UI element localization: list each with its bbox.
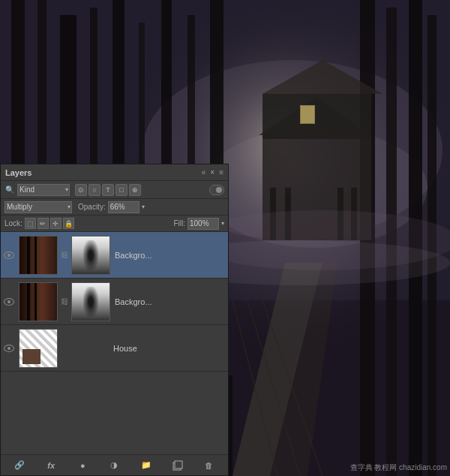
layers-panel: Layers « × ≡ 🔍 Kind Name Effect Mode Att… xyxy=(0,164,229,476)
layer-2-thumb-image xyxy=(20,283,57,321)
layer-2-link-icon: ⛓ xyxy=(59,297,70,306)
layer-1-mask-image xyxy=(72,236,110,274)
lock-transparent-icon[interactable]: ⬚ xyxy=(25,218,36,229)
layer-1-mask-thumbnail xyxy=(71,236,110,275)
layer-2-name: Backgro... xyxy=(112,297,228,306)
fill-group: Fill: 100% ▾ xyxy=(173,218,224,230)
table-row[interactable]: ⛓ Backgro... xyxy=(1,232,228,279)
layer-1-name: Backgro... xyxy=(112,251,228,260)
opacity-arrow: ▾ xyxy=(142,203,145,210)
panel-toolbar: 🔗 fx ● ◑ 📁 🗑 xyxy=(1,454,228,475)
filter-shape-icon[interactable]: □ xyxy=(116,184,128,196)
layer-3-thumbnail xyxy=(19,329,58,368)
blend-mode-select[interactable]: Normal Dissolve Darken Multiply Color Bu… xyxy=(4,201,72,213)
layer-2-visibility[interactable] xyxy=(1,280,17,323)
panel-header: Layers « × ≡ xyxy=(1,164,228,181)
panel-collapse-arrow[interactable]: « xyxy=(202,168,206,176)
lock-label: Lock: xyxy=(4,219,22,227)
filter-icons-group: ⊙ ○ T □ ⊕ xyxy=(75,184,141,196)
lock-icons-group: ⬚ ✏ ✛ 🔒 xyxy=(25,218,74,229)
layer-3-house-img xyxy=(22,349,40,364)
new-layer-icon xyxy=(172,460,183,471)
filter-row: 🔍 Kind Name Effect Mode Attribute Color … xyxy=(1,181,228,199)
eye-icon[interactable] xyxy=(4,252,14,259)
panel-title: Layers xyxy=(5,168,32,177)
filter-smart-icon[interactable]: ⊕ xyxy=(129,184,141,196)
filter-pixel-icon[interactable]: ⊙ xyxy=(75,184,87,196)
opacity-value[interactable]: 66% xyxy=(108,201,140,213)
filter-adjust-icon[interactable]: ○ xyxy=(88,184,100,196)
add-mask-button[interactable]: ◑ xyxy=(106,458,122,473)
table-row[interactable]: ⛓ Backgro... xyxy=(1,279,228,325)
svg-rect-26 xyxy=(301,106,314,123)
new-layer-button[interactable] xyxy=(170,458,185,473)
layer-3-visibility[interactable] xyxy=(1,327,17,369)
watermark: 查字典 教程网 chazidian.com xyxy=(350,462,447,473)
new-group-button[interactable]: 📁 xyxy=(139,458,154,473)
kind-select-wrapper: Kind Name Effect Mode Attribute Color ▾ xyxy=(17,184,70,196)
lock-all-icon[interactable]: 🔒 xyxy=(63,218,74,229)
layer-2-mask-image xyxy=(72,283,110,321)
panel-content-area: ⛓ Backgro... ⛓ Backgro... xyxy=(1,232,228,454)
layer-3-name: House xyxy=(70,344,228,353)
new-fill-layer-button[interactable]: ● xyxy=(75,458,90,473)
layer-fx-button[interactable]: fx xyxy=(44,458,58,473)
svg-rect-24 xyxy=(262,94,371,139)
fill-value[interactable]: 100% xyxy=(188,218,219,230)
svg-rect-38 xyxy=(175,461,182,468)
fill-label: Fill: xyxy=(173,219,185,227)
lock-position-icon[interactable]: ✛ xyxy=(50,218,62,229)
lock-row: Lock: ⬚ ✏ ✛ 🔒 Fill: 100% ▾ xyxy=(1,215,228,232)
link-layers-button[interactable]: 🔗 xyxy=(12,458,27,473)
eye-icon[interactable] xyxy=(4,298,14,306)
delete-layer-button[interactable]: 🗑 xyxy=(202,458,217,473)
layer-2-mask-thumbnail xyxy=(71,282,110,321)
filter-type-icon[interactable]: T xyxy=(102,184,114,196)
panel-close-button[interactable]: × xyxy=(208,168,216,176)
layer-1-thumbnail xyxy=(19,236,58,275)
layer-1-visibility[interactable] xyxy=(1,233,17,276)
table-row[interactable]: ⛓ House xyxy=(1,325,228,372)
blend-mode-select-wrapper: Normal Dissolve Darken Multiply Color Bu… xyxy=(4,201,72,213)
layer-1-link-icon: ⛓ xyxy=(59,251,70,259)
panel-header-controls: « × ≡ xyxy=(202,168,224,176)
kind-select[interactable]: Kind Name Effect Mode Attribute Color xyxy=(17,184,70,196)
opacity-label: Opacity: xyxy=(78,203,106,211)
layer-1-thumb-image xyxy=(20,236,57,274)
blend-row: Normal Dissolve Darken Multiply Color Bu… xyxy=(1,199,228,215)
search-icon: 🔍 xyxy=(4,185,15,195)
panel-menu-button[interactable]: ≡ xyxy=(219,168,224,176)
opacity-group: Opacity: 66% ▾ xyxy=(75,201,145,213)
lock-pixels-icon[interactable]: ✏ xyxy=(38,218,49,229)
layers-list: ⛓ Backgro... ⛓ Backgro... xyxy=(1,232,228,454)
filter-toggle[interactable] xyxy=(209,185,224,195)
eye-icon[interactable] xyxy=(4,345,14,352)
layer-2-thumbnail xyxy=(19,282,58,321)
fill-arrow: ▾ xyxy=(221,220,224,227)
layer-3-thumb-image xyxy=(20,330,57,367)
